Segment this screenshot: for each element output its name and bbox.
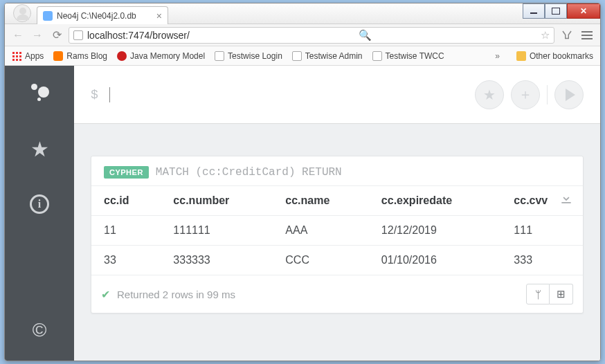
apps-label: Apps — [25, 51, 44, 61]
result-card: CYPHER MATCH (cc:CreditCard) RETURN cc.i… — [91, 156, 584, 313]
table-cell: 111111 — [161, 216, 273, 246]
status-text: Returned 2 rows in 99 ms — [117, 289, 235, 300]
table-cell: 33 — [91, 246, 161, 275]
table-row: 33333333CCC01/10/2016333 — [91, 246, 583, 275]
bookmark-item[interactable]: Testwise Admin — [292, 51, 363, 61]
table-cell: 333333 — [161, 246, 273, 275]
cursor — [109, 87, 110, 102]
query-editor[interactable]: $ ★ ＋ — [74, 66, 600, 124]
editor-actions: ★ ＋ — [475, 80, 584, 109]
other-bookmarks[interactable]: Other bookmarks — [516, 51, 593, 61]
bookmark-item[interactable]: Java Memory Model — [117, 51, 205, 61]
bookmark-icon — [117, 51, 127, 61]
bookmark-label: Rams Blog — [66, 51, 107, 61]
column-header: cc.id — [91, 186, 161, 216]
table-cell: 111 — [501, 216, 583, 246]
graph-view-button[interactable]: ᛘ — [526, 284, 550, 304]
address-field[interactable]: localhost:7474/browser/ 🔍 ☆ — [69, 27, 554, 44]
table-cell: 11 — [91, 216, 161, 246]
view-toggle: ᛘ ⊞ — [526, 284, 573, 304]
address-text: localhost:7474/browser/ — [87, 30, 190, 41]
window-controls — [523, 3, 600, 19]
sidebar-database-icon[interactable] — [26, 80, 53, 107]
bookmarks-bar: Apps Rams BlogJava Memory ModelTestwise … — [5, 46, 600, 66]
bookmark-label: Testwise TWCC — [386, 51, 444, 61]
cypher-badge: CYPHER — [104, 166, 149, 179]
minimize-button[interactable] — [523, 3, 545, 19]
bookmark-item[interactable]: Rams Blog — [53, 51, 107, 61]
maximize-button[interactable] — [545, 3, 567, 19]
separator — [547, 85, 548, 104]
bookmarks-overflow[interactable]: » — [495, 51, 500, 61]
table-cell: 333 — [501, 246, 583, 275]
bookmark-label: Java Memory Model — [130, 51, 205, 61]
tab-close-icon[interactable]: × — [156, 10, 162, 21]
tab-favicon — [43, 11, 53, 21]
forward-button[interactable]: → — [30, 28, 45, 43]
result-footer: ✔ Returned 2 rows in 99 ms ᛘ ⊞ — [91, 275, 583, 313]
url-bar: ← → ⟳ localhost:7474/browser/ 🔍 ☆ — [5, 24, 600, 46]
folder-icon — [516, 51, 526, 61]
bookmark-icon — [53, 51, 63, 61]
table-cell: CCC — [273, 246, 369, 275]
menu-button[interactable] — [579, 28, 595, 43]
query-display: CYPHER MATCH (cc:CreditCard) RETURN — [91, 156, 583, 185]
favorite-button[interactable]: ★ — [475, 80, 504, 109]
column-header: cc.number — [161, 186, 273, 216]
run-button[interactable] — [554, 80, 584, 109]
close-button[interactable] — [567, 3, 600, 19]
bookmark-label: Testwise Login — [228, 51, 282, 61]
download-icon[interactable] — [559, 192, 573, 209]
bookmark-icon — [292, 51, 302, 61]
query-text: MATCH (cc:CreditCard) RETURN — [156, 166, 342, 179]
content-area: ★ i © $ ★ ＋ CYPHER MATCH (cc:Credi — [5, 66, 600, 361]
column-header: cc.name — [273, 186, 369, 216]
table-view-button[interactable]: ⊞ — [550, 284, 573, 304]
titlebar: Neo4j C:\Ne04j2.0.db × — [5, 3, 600, 24]
back-button[interactable]: ← — [10, 28, 26, 43]
apps-icon — [12, 51, 21, 61]
table-cell: 01/10/2016 — [369, 246, 502, 275]
add-button[interactable]: ＋ — [511, 80, 540, 109]
table-cell: 12/12/2019 — [369, 216, 502, 246]
bookmark-label: Testwise Admin — [305, 51, 363, 61]
main-pane: $ ★ ＋ CYPHER MATCH (cc:CreditCard) RETUR… — [74, 66, 600, 361]
sidebar-favorites-icon[interactable]: ★ — [26, 135, 53, 163]
profile-icon[interactable] — [13, 4, 31, 22]
tab-title: Neo4j C:\Ne04j2.0.db — [57, 11, 136, 21]
search-icon[interactable]: 🔍 — [359, 29, 372, 42]
sidebar: ★ i © — [5, 66, 74, 361]
sidebar-about-icon[interactable]: © — [26, 316, 53, 344]
bookmark-star-icon[interactable]: ☆ — [541, 29, 550, 42]
table-row: 11111111AAA12/12/2019111 — [91, 216, 583, 246]
check-icon: ✔ — [101, 288, 110, 301]
browser-tab[interactable]: Neo4j C:\Ne04j2.0.db × — [37, 6, 168, 24]
bookmark-icon — [215, 51, 224, 61]
results-table: cc.idcc.numbercc.namecc.expiredatecc.cvv… — [91, 185, 583, 275]
browser-window: Neo4j C:\Ne04j2.0.db × ← → ⟳ localhost:7… — [4, 3, 601, 361]
other-bookmarks-label: Other bookmarks — [530, 51, 593, 61]
bookmark-icon — [372, 51, 382, 61]
bookmark-item[interactable]: Testwise TWCC — [372, 51, 444, 61]
table-cell: AAA — [273, 216, 369, 246]
bookmark-item[interactable]: Testwise Login — [215, 51, 282, 61]
reload-button[interactable]: ⟳ — [49, 28, 64, 43]
sidebar-info-icon[interactable]: i — [26, 190, 53, 218]
page-icon — [73, 30, 83, 40]
column-header: cc.expiredate — [369, 186, 502, 216]
apps-button[interactable]: Apps — [12, 51, 44, 61]
prompt-symbol: $ — [91, 88, 98, 102]
column-header: cc.cvv — [501, 186, 583, 216]
labs-icon[interactable] — [559, 27, 575, 44]
